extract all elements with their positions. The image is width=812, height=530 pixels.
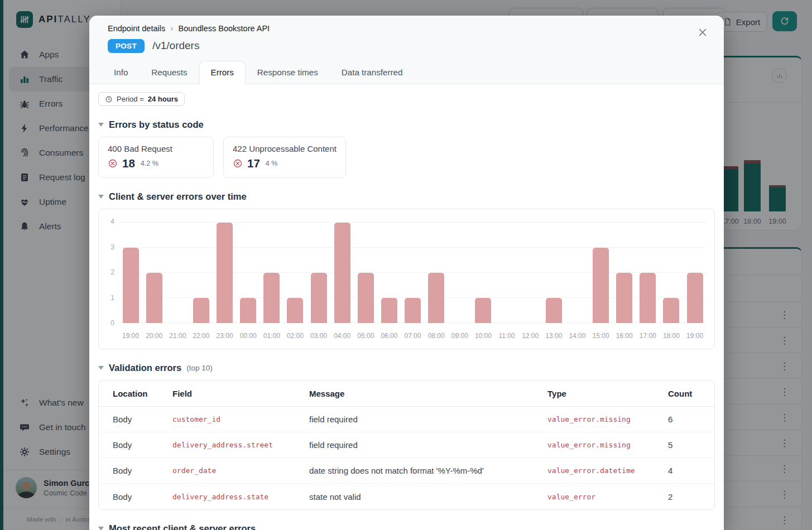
chart-bar[interactable] — [546, 298, 562, 323]
status-code-card: 422 Unprocessable Content174 % — [223, 137, 346, 178]
chart-x-axis: 19:0020:0021:0022:0023:0000:0001:0002:00… — [119, 332, 707, 342]
chart-bar[interactable] — [334, 223, 350, 323]
chart-bar-slot — [518, 223, 542, 323]
chart-x-tick-label: 19:00 — [683, 332, 707, 342]
chart-bar[interactable] — [217, 223, 233, 323]
chart-x-tick-label: 04:00 — [330, 332, 354, 342]
chart-x-tick-label: 09:00 — [448, 332, 472, 342]
chart-bar-slot — [142, 223, 166, 323]
chart-bar-slot — [166, 223, 189, 323]
next-section-header[interactable]: Most recent client & server errors — [98, 523, 715, 530]
section-title: Validation errors — [109, 363, 181, 373]
chart-bar-slot — [565, 223, 589, 323]
breadcrumb: Endpoint details Boundless Bookstore API — [108, 23, 710, 33]
tab-info[interactable]: Info — [102, 61, 140, 84]
section-hint: (top 10) — [186, 364, 213, 372]
chart-bar[interactable] — [146, 273, 162, 323]
chart-x-tick-label: 07:00 — [401, 332, 425, 342]
status-card-title: 422 Unprocessable Content — [233, 144, 337, 153]
chart-x-tick-label: 16:00 — [613, 332, 636, 342]
cell-message: state not valid — [309, 492, 547, 502]
chart-x-tick-label: 12:00 — [518, 332, 542, 342]
cell-count: 2 — [668, 492, 714, 502]
chart-bar[interactable] — [311, 273, 327, 323]
chart-bar[interactable] — [381, 298, 397, 323]
chart-bar[interactable] — [663, 298, 679, 323]
error-percent: 4.2 % — [141, 160, 158, 167]
chart-x-tick-label: 20:00 — [142, 332, 166, 342]
table-row: Bodyorder_datedate string does not match… — [99, 458, 714, 484]
chart-bar[interactable] — [240, 298, 256, 323]
cell-location: Body — [113, 440, 172, 450]
chart-plot-area — [119, 223, 707, 323]
caret-down-icon — [98, 527, 104, 530]
tab-data-transferred[interactable]: Data transferred — [330, 61, 415, 84]
chart-bar[interactable] — [616, 273, 632, 323]
status-card-title: 400 Bad Request — [108, 144, 204, 153]
chart-bar[interactable] — [193, 298, 209, 323]
chart-x-tick-label: 03:00 — [307, 332, 330, 342]
chart-bar-slot — [495, 223, 518, 323]
cell-field: delivery_address.street — [172, 441, 309, 449]
period-value: 24 hours — [148, 95, 178, 103]
chart-bar[interactable] — [475, 298, 491, 323]
table-row: Bodydelivery_address.statestate not vali… — [99, 484, 714, 509]
clock-icon — [105, 95, 113, 103]
table-row: Bodydelivery_address.streetfield require… — [99, 432, 714, 458]
chart-x-tick-label: 14:00 — [565, 332, 589, 342]
chart-bar[interactable] — [358, 273, 374, 323]
table-row: Bodycustomer_idfield requiredvalue_error… — [99, 407, 714, 432]
errors-over-time-section-header[interactable]: Client & server errors over time — [98, 191, 715, 202]
chart-bar-slot — [260, 223, 284, 323]
column-header-field: Field — [172, 389, 309, 398]
error-count: 18 — [122, 157, 135, 170]
caret-down-icon — [98, 195, 104, 199]
cell-location: Body — [113, 466, 172, 475]
chart-bar-slot — [401, 223, 425, 323]
chart-bar[interactable] — [287, 298, 303, 323]
error-percent: 4 % — [266, 160, 278, 167]
chart-bar[interactable] — [263, 273, 280, 323]
cell-field: order_date — [172, 466, 309, 475]
chart-bar[interactable] — [687, 273, 703, 323]
chart-bar[interactable] — [428, 273, 444, 323]
cell-location: Body — [113, 492, 172, 502]
chart-bar-slot — [636, 223, 660, 323]
chart-bar-slot — [284, 223, 307, 323]
column-header-type: Type — [547, 389, 668, 398]
cell-message: date string does not match format '%Y-%m… — [309, 466, 547, 475]
chart-bar[interactable] — [405, 298, 421, 323]
chart-bar[interactable] — [640, 273, 656, 323]
chart-x-tick-label: 06:00 — [377, 332, 401, 342]
chart-bars — [119, 223, 707, 323]
status-code-section-header[interactable]: Errors by status code — [98, 119, 715, 130]
chart-y-tick-label: 0 — [101, 319, 114, 327]
tab-errors[interactable]: Errors — [199, 61, 246, 84]
close-button[interactable] — [697, 26, 710, 39]
period-filter-chip[interactable]: Period = 24 hours — [98, 92, 185, 106]
chart-bar[interactable] — [123, 248, 139, 323]
section-title: Errors by status code — [109, 119, 204, 130]
validation-errors-section-header[interactable]: Validation errors (top 10) — [98, 363, 715, 373]
chart-bar-slot — [377, 223, 401, 323]
chart-x-tick-label: 01:00 — [260, 332, 284, 342]
cell-type: value_error.datetime — [547, 466, 668, 475]
cell-count: 5 — [668, 440, 714, 450]
chart-bar[interactable] — [593, 248, 609, 323]
chart-bar-slot — [683, 223, 707, 323]
tab-requests[interactable]: Requests — [140, 61, 199, 84]
chart-x-tick-label: 11:00 — [495, 332, 518, 342]
cell-type: value_error — [547, 493, 668, 501]
cell-count: 6 — [668, 415, 714, 424]
error-count: 17 — [247, 157, 260, 170]
breadcrumb-endpoint-details[interactable]: Endpoint details — [108, 24, 165, 33]
breadcrumb-api-name: Boundless Bookstore API — [179, 24, 270, 33]
chart-bar-slot — [660, 223, 683, 323]
tab-response-times[interactable]: Response times — [246, 61, 330, 84]
cell-field: delivery_address.state — [172, 493, 309, 501]
table-header-row: LocationFieldMessageTypeCount — [99, 380, 714, 407]
chart-x-tick-label: 15:00 — [589, 332, 613, 342]
chart-x-tick-label: 10:00 — [472, 332, 495, 342]
endpoint-details-modal: Endpoint details Boundless Bookstore API… — [89, 16, 724, 530]
period-label: Period = — [117, 95, 144, 103]
